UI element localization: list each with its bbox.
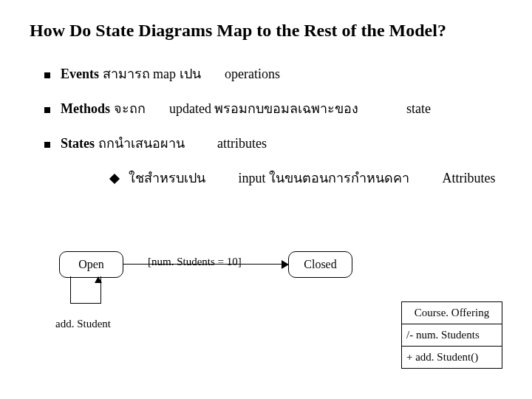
bullet-mid: updated bbox=[169, 101, 211, 116]
sub-lead: ใชสำหรบเปน bbox=[129, 171, 205, 185]
self-transition-arrow-head-icon bbox=[95, 276, 102, 283]
state-closed: Closed bbox=[288, 251, 352, 278]
square-bullet-icon bbox=[44, 72, 50, 78]
square-bullet-icon bbox=[44, 142, 50, 148]
sub-bullet-item: ใชสำหรบเปน input ในขนตอนการกำหนดคา Attri… bbox=[111, 167, 502, 188]
bullet-item-states: States ถกนำเสนอผาน attributes bbox=[44, 132, 502, 154]
bullet-item-events: Events สามารถ map เปน operations bbox=[44, 63, 502, 84]
bullet-text: Methods จะถก updated พรอมกบขอมลเฉพาะของ … bbox=[61, 98, 431, 119]
bullet-list: Events สามารถ map เปน operations Methods… bbox=[0, 48, 532, 188]
bullet-strong: Methods bbox=[61, 101, 110, 116]
state-open: Open bbox=[59, 251, 123, 278]
bullet-far: state bbox=[406, 101, 431, 116]
bullet-tail: พรอมกบขอมลเฉพาะของ bbox=[214, 101, 358, 116]
bullet-strong: States bbox=[61, 136, 95, 151]
uml-class-box: Course. Offering /- num. Students + add.… bbox=[401, 301, 502, 369]
diamond-bullet-icon bbox=[109, 174, 120, 184]
state-diagram: Open [num. Students = 10] Closed add. St… bbox=[0, 244, 532, 399]
page-title: How Do State Diagrams Map to the Rest of… bbox=[0, 0, 532, 48]
sub-mid: input bbox=[239, 171, 266, 185]
sub-tail: ในขนตอนการกำหนดคา bbox=[269, 171, 409, 185]
bullet-text: Events สามารถ map เปน operations bbox=[61, 63, 280, 84]
uml-class-attribute: /- num. Students bbox=[402, 324, 502, 347]
uml-class-operation: + add. Student() bbox=[402, 347, 502, 368]
square-bullet-icon bbox=[44, 107, 50, 113]
bullet-rest: สามารถ map เปน bbox=[103, 66, 201, 81]
bullet-tail: operations bbox=[225, 66, 280, 81]
bullet-rest: ถกนำเสนอผาน bbox=[98, 136, 185, 151]
self-transition-event: add. Student bbox=[55, 318, 111, 330]
sub-far: Attributes bbox=[443, 171, 496, 185]
bullet-item-methods: Methods จะถก updated พรอมกบขอมลเฉพาะของ … bbox=[44, 98, 502, 119]
sub-bullet-text: ใชสำหรบเปน input ในขนตอนการกำหนดคา Attri… bbox=[129, 167, 496, 188]
bullet-tail: attributes bbox=[217, 136, 267, 151]
bullet-text: States ถกนำเสนอผาน attributes bbox=[61, 132, 267, 154]
bullet-rest: จะถก bbox=[114, 101, 146, 116]
uml-class-name: Course. Offering bbox=[402, 302, 502, 324]
bullet-strong: Events bbox=[61, 66, 99, 81]
transition-guard: [num. Students = 10] bbox=[148, 256, 242, 268]
